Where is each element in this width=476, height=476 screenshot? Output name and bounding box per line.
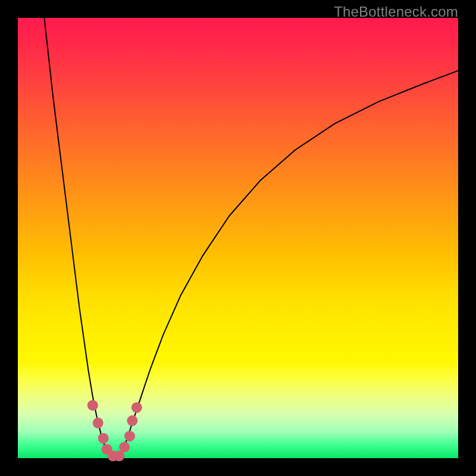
data-marker: [127, 415, 137, 426]
data-marker: [131, 402, 142, 413]
curve-left-branch: [44, 18, 119, 459]
data-marker: [119, 442, 130, 453]
plot-area: [18, 18, 458, 458]
marker-group: [87, 400, 142, 461]
data-marker: [93, 418, 104, 428]
chart-svg: [18, 18, 458, 458]
curve-right-branch: [119, 71, 458, 458]
image-frame: TheBottleneck.com: [0, 0, 476, 476]
data-marker: [124, 431, 135, 441]
watermark-text: TheBottleneck.com: [334, 4, 458, 20]
data-marker: [98, 433, 109, 444]
data-marker: [87, 400, 98, 411]
